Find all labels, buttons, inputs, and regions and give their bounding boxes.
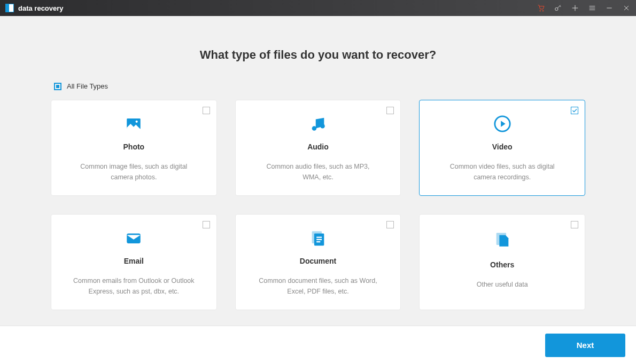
plus-icon[interactable] [571, 4, 579, 12]
audio-icon [309, 113, 327, 134]
card-photo-desc: Common image files, such as digital came… [72, 162, 195, 183]
card-audio-desc: Common audio files, such as MP3, WMA, et… [257, 162, 379, 183]
email-icon [125, 227, 143, 248]
main-content: What type of files do you want to recove… [0, 16, 636, 326]
card-audio-title: Audio [307, 143, 329, 151]
page-title: What type of files do you want to recove… [51, 48, 585, 62]
card-audio[interactable]: Audio Common audio files, such as MP3, W… [235, 100, 401, 196]
card-photo[interactable]: Photo Common image files, such as digita… [51, 100, 217, 196]
card-others-checkbox[interactable] [571, 221, 578, 228]
others-icon [493, 227, 511, 252]
svg-point-2 [555, 7, 558, 10]
card-video-checkbox[interactable] [571, 107, 578, 114]
footer: Next [0, 326, 636, 364]
document-icon [309, 227, 327, 248]
next-button[interactable]: Next [545, 334, 625, 357]
svg-point-5 [312, 126, 317, 131]
card-email-checkbox[interactable] [203, 221, 210, 228]
card-email-desc: Common emails from Outlook or Outlook Ex… [72, 276, 195, 297]
close-icon[interactable] [622, 4, 631, 12]
app-title: data recovery [18, 4, 64, 12]
card-email[interactable]: Email Common emails from Outlook or Outl… [51, 214, 217, 310]
minimize-icon[interactable] [605, 4, 614, 12]
card-document-checkbox[interactable] [386, 221, 394, 228]
card-photo-checkbox[interactable] [203, 107, 210, 114]
card-video[interactable]: Video Common video files, such as digita… [419, 100, 585, 196]
card-others-title: Others [490, 260, 514, 269]
all-file-types-row[interactable]: All File Types [51, 82, 585, 90]
app-logo-icon [5, 4, 14, 12]
svg-point-0 [540, 10, 541, 11]
titlebar-actions [537, 4, 631, 12]
all-file-types-label: All File Types [67, 82, 108, 90]
card-document-title: Document [300, 257, 336, 265]
card-others-desc: Other useful data [477, 280, 528, 290]
all-file-types-checkbox[interactable] [54, 83, 61, 90]
card-document[interactable]: Document Common document files, such as … [235, 214, 401, 310]
key-icon[interactable] [554, 4, 562, 12]
card-photo-title: Photo [123, 143, 145, 151]
titlebar: data recovery [0, 0, 636, 16]
file-type-grid: Photo Common image files, such as digita… [51, 100, 585, 310]
video-icon [493, 113, 511, 134]
menu-icon[interactable] [588, 4, 596, 12]
card-video-title: Video [492, 143, 513, 151]
photo-icon [125, 113, 143, 134]
cart-icon[interactable] [537, 4, 545, 12]
card-others[interactable]: Others Other useful data [419, 214, 585, 310]
card-audio-checkbox[interactable] [386, 107, 394, 114]
svg-point-4 [136, 120, 138, 122]
svg-point-1 [542, 10, 544, 11]
card-video-desc: Common video files, such as digital came… [441, 162, 564, 183]
svg-point-6 [320, 124, 325, 129]
card-email-title: Email [124, 257, 144, 265]
card-document-desc: Common document files, such as Word, Exc… [257, 276, 379, 297]
